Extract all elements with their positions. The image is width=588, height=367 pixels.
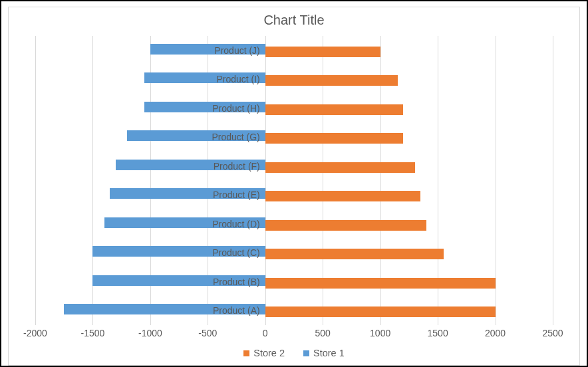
category-label: Product (F) — [214, 161, 265, 172]
category-label: Product (I) — [216, 74, 265, 84]
x-tick-label: 500 — [315, 328, 331, 338]
category-label: Product (A) — [213, 305, 265, 316]
legend-item-store-2: Store 2 — [243, 348, 285, 358]
bar-row — [35, 217, 553, 228]
gridline — [553, 36, 553, 325]
category-label: Product (G) — [212, 132, 265, 142]
x-tick-label: -2000 — [23, 328, 47, 338]
bar-row — [35, 72, 553, 83]
bar-row — [35, 275, 553, 286]
legend-label-store-1: Store 1 — [313, 348, 345, 358]
x-tick-label: 1000 — [370, 328, 390, 338]
plot-wrap: Product (A)Product (B)Product (C)Product… — [9, 31, 579, 344]
bar-row — [35, 188, 553, 199]
chart-title: Chart Title — [9, 7, 579, 31]
category-label: Product (H) — [212, 103, 265, 114]
bar-row — [35, 44, 553, 55]
x-tick-label: 2000 — [485, 328, 506, 338]
bar-row — [35, 130, 553, 141]
legend-label-store-2: Store 2 — [253, 348, 285, 358]
x-tick-label: 2500 — [542, 328, 563, 338]
bar-row — [35, 304, 553, 314]
chart-frame: Chart Title Product (A)Product (B)Produc… — [0, 0, 588, 367]
x-tick-label: -500 — [198, 328, 217, 338]
legend-item-store-1: Store 1 — [303, 348, 345, 358]
bar-row — [35, 246, 553, 257]
chart-area: Chart Title Product (A)Product (B)Produc… — [8, 7, 580, 366]
category-label: Product (D) — [212, 219, 265, 229]
category-label: Product (B) — [213, 277, 265, 287]
x-tick-label: -1000 — [138, 328, 162, 338]
x-tick-label: 0 — [263, 328, 268, 338]
bar-row — [35, 160, 553, 170]
legend: Store 2 Store 1 — [9, 344, 579, 365]
plot-area: Product (A)Product (B)Product (C)Product… — [35, 36, 553, 325]
bar-row — [35, 102, 553, 112]
category-label: Product (C) — [212, 247, 265, 258]
legend-swatch-store-1 — [303, 350, 309, 356]
category-label: Product (E) — [213, 189, 265, 200]
x-tick-label: -1500 — [81, 328, 105, 338]
legend-swatch-store-2 — [243, 350, 249, 356]
x-tick-label: 1500 — [428, 328, 448, 338]
x-axis: -2000-1500-1000-50005001000150020002500 — [35, 328, 553, 341]
category-label: Product (J) — [214, 45, 265, 56]
